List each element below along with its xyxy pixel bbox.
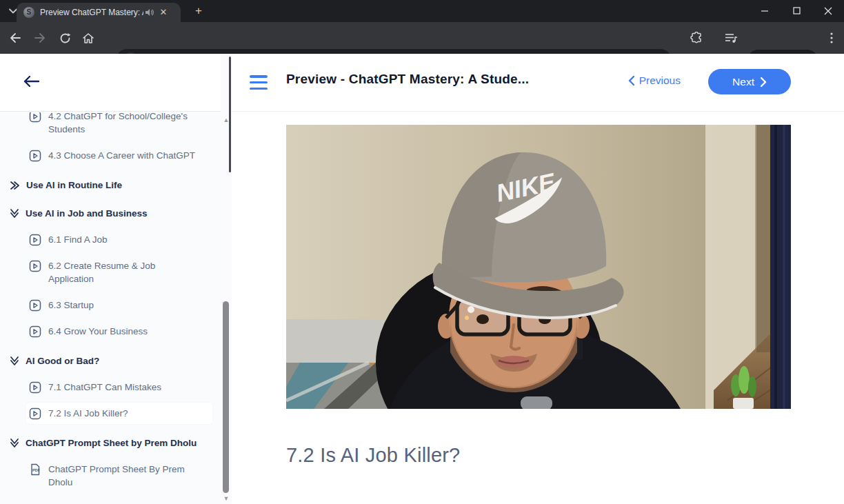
tab-title: Preview ChatGPT Mastery: A (40, 8, 143, 17)
chevron-left-icon (628, 76, 634, 85)
lesson-item[interactable]: 6.1 Find A Job (0, 229, 221, 250)
section-label: Use AI in Job and Business (26, 208, 148, 219)
lesson-label: 4.2 ChatGPT for School/College's Student… (48, 112, 197, 136)
lesson-label: 6.1 Find A Job (48, 233, 108, 246)
double-chevron-right-icon (10, 181, 20, 190)
back-icon[interactable] (6, 28, 25, 48)
main-header: Preview - ChatGPT Mastery: A Stude... Pr… (232, 54, 844, 112)
new-tab-button[interactable]: + (190, 4, 207, 18)
pdf-file-icon: PDF (29, 463, 41, 476)
media-controls-icon[interactable] (721, 28, 741, 48)
browser-menu-kebab-icon[interactable] (822, 28, 841, 48)
lesson-list: 4.2 ChatGPT for School/College's Student… (0, 112, 221, 504)
pdf-label: ChatGPT Prompt Sheet By Prem Dholu (48, 463, 197, 489)
window-minimize-button[interactable] (749, 0, 781, 21)
lesson-item[interactable]: 4.2 ChatGPT for School/College's Student… (0, 112, 221, 140)
browser-titlebar: Preview ChatGPT Mastery: A ✕ + (0, 0, 844, 22)
lesson-label: 6.3 Startup (48, 299, 94, 312)
hamburger-menu-icon[interactable] (250, 75, 268, 90)
lesson-item[interactable]: 6.3 Startup (0, 294, 221, 316)
sidebar-header (0, 54, 221, 112)
microphone (521, 396, 552, 409)
tab-close-icon[interactable]: ✕ (158, 7, 169, 18)
browser-window: Preview ChatGPT Mastery: A ✕ + (0, 0, 844, 504)
course-sidebar: 4.2 ChatGPT for School/College's Student… (0, 54, 221, 504)
section-label: ChatGPT Prompt Sheet by Prem Dholu (26, 438, 197, 448)
lesson-heading: 7.2 Is AI Job Killer? (286, 444, 844, 467)
next-button[interactable]: Next (708, 69, 791, 94)
section-header[interactable]: AI Good or Bad? (0, 352, 221, 370)
lesson-label: 7.2 Is AI Job Killer? (48, 407, 128, 420)
lesson-label: 6.4 Grow Your Business (48, 325, 148, 338)
window-close-button[interactable] (812, 0, 844, 21)
double-chevron-down-icon (10, 438, 19, 448)
sidebar-back-arrow-icon[interactable] (23, 75, 40, 90)
lesson-item[interactable]: 6.4 Grow Your Business (0, 321, 221, 342)
section-header[interactable]: Use AI in Routine Life (0, 176, 221, 194)
extensions-puzzle-icon[interactable] (687, 28, 706, 48)
tab-favicon-icon (23, 7, 34, 18)
browser-tab[interactable]: Preview ChatGPT Mastery: A ✕ (17, 3, 181, 22)
lesson-label: 7.1 ChatGPT Can Mistakes (48, 381, 161, 394)
tab-audio-speaker-icon[interactable] (145, 8, 154, 17)
previous-button[interactable]: Previous (628, 74, 681, 87)
previous-label: Previous (639, 74, 681, 87)
svg-text:PDF: PDF (32, 468, 40, 472)
pdf-item[interactable]: PDF ChatGPT Prompt Sheet By Prem Dholu (0, 458, 221, 493)
reload-icon[interactable] (55, 28, 74, 48)
main-content: Preview - ChatGPT Mastery: A Stude... Pr… (232, 54, 844, 504)
section-header[interactable]: Use AI in Job and Business (0, 204, 221, 223)
lesson-item-selected[interactable]: 7.2 Is AI Job Killer? (26, 403, 212, 424)
outer-scrollbar-thumb[interactable] (229, 57, 231, 172)
lesson-item[interactable]: 4.3 Choose A Career with ChatGPT (0, 145, 221, 166)
scroll-down-triangle-icon[interactable]: ▼ (223, 496, 230, 501)
lesson-item[interactable]: 6.2 Create Resume & Job Application (0, 255, 221, 290)
lesson-item[interactable]: 7.1 ChatGPT Can Mistakes (0, 376, 221, 398)
double-chevron-down-icon (10, 208, 19, 219)
section-label: AI Good or Bad? (26, 356, 99, 366)
browser-toolbar: premdholu.graphy.com/s/courses/67293691c… (0, 22, 844, 54)
section-label: Use AI in Routine Life (26, 180, 122, 190)
lesson-label: 6.2 Create Resume & Job Application (48, 259, 197, 285)
home-icon[interactable] (79, 28, 98, 48)
page-title: Preview - ChatGPT Mastery: A Stude... (286, 72, 529, 87)
video-player[interactable]: NIKE (286, 125, 791, 409)
video-frame-illustration: NIKE (286, 125, 791, 409)
window-maximize-button[interactable] (781, 0, 812, 21)
scrollbar-thumb[interactable] (223, 301, 229, 493)
double-chevron-down-icon (10, 356, 19, 366)
chevron-right-icon (761, 77, 767, 87)
next-label: Next (732, 76, 754, 88)
lesson-label: 4.3 Choose A Career with ChatGPT (48, 149, 195, 162)
section-header[interactable]: ChatGPT Prompt Sheet by Prem Dholu (0, 434, 221, 452)
forward-icon[interactable] (30, 28, 50, 48)
